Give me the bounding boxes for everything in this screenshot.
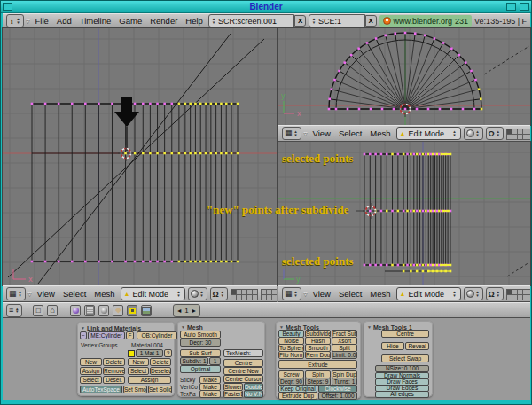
material-delete-button[interactable]: Delete (150, 358, 171, 366)
set-smooth-button[interactable]: Set Smooth (123, 386, 147, 393)
mesh-menu[interactable]: Mesh (367, 289, 393, 299)
window-type-dropdown[interactable]: ≡ ▴▾ (6, 304, 22, 317)
draw-mode-dropdown[interactable]: ▴▾ (464, 127, 483, 140)
mode-dropdown[interactable]: ▲ Edit Mode ▴▾ (396, 287, 461, 300)
draw-mode-dropdown[interactable]: ▴▾ (464, 287, 483, 300)
material-index-field[interactable]: 1 Mat 1 (136, 349, 163, 357)
material-assign-button[interactable]: Assign (128, 376, 171, 384)
subdiv-render-field[interactable]: 1 (209, 357, 221, 365)
vgroup-deselect-button[interactable]: Desel. (103, 376, 125, 384)
vgroup-remove-button[interactable]: Remove (103, 367, 125, 375)
hide-menus-icon[interactable]: ▿ (304, 129, 308, 137)
collapse-icon[interactable]: ▼ (367, 324, 372, 330)
view-menu[interactable]: View (310, 289, 333, 299)
material-new-button[interactable]: New (128, 358, 149, 366)
viewport-type-dropdown[interactable]: ▦ ▴▾ (282, 287, 301, 300)
material-deselect-button[interactable]: Deselect (150, 367, 171, 375)
browse-mesh-icon[interactable]: − (80, 331, 87, 339)
view-menu[interactable]: View (310, 129, 333, 138)
window-maximize-button[interactable] (520, 3, 529, 11)
window-minimize-button[interactable] (506, 3, 516, 11)
vgroup-delete-button[interactable]: Delete (103, 358, 125, 366)
optimal-toggle[interactable]: Optimal (180, 365, 221, 373)
centre-button[interactable]: Centre (223, 359, 263, 367)
nsize-field[interactable]: NSize: 0.100 (375, 365, 429, 372)
draw-mode-dropdown[interactable]: ▴▾ (188, 287, 207, 300)
view-menu[interactable]: View (35, 289, 58, 299)
hide-menus-icon[interactable]: ▿ (27, 17, 30, 25)
set-solid-button[interactable]: Set Solid (148, 386, 172, 393)
auto-smooth-button[interactable]: Auto Smooth (180, 331, 221, 339)
menu-timeline[interactable]: Timeline (77, 16, 114, 26)
scene-button[interactable] (141, 305, 152, 316)
viewport-top[interactable]: yx (278, 28, 530, 125)
pivot-dropdown[interactable]: Ω ▴▾ (486, 127, 504, 140)
mesh-name-field[interactable]: ME:Cylinder (88, 331, 125, 339)
logic-button[interactable] (70, 305, 81, 316)
viewport-side[interactable]: y (278, 142, 530, 285)
scene-close-button[interactable]: X (365, 15, 377, 27)
mesh-menu[interactable]: Mesh (91, 289, 117, 299)
centre-button[interactable]: Centre (381, 330, 429, 338)
all-edges-toggle[interactable]: All edges (375, 391, 429, 398)
degr-field[interactable]: Degr: 30 (180, 339, 221, 347)
hide-menus-icon[interactable]: ▿ (28, 290, 32, 298)
viewport-type-dropdown[interactable]: ▦ ▴▾ (6, 287, 26, 300)
vgroup-new-button[interactable]: New (80, 358, 102, 366)
layer-buttons[interactable] (506, 289, 530, 300)
select-swap-button[interactable]: Select Swap (381, 354, 429, 362)
object-button[interactable] (113, 305, 123, 316)
script-button[interactable] (84, 305, 95, 316)
centre-new-button[interactable]: Centre New (223, 367, 263, 375)
vgroup-assign-button[interactable]: Assign (80, 367, 102, 375)
autotexspace-toggle[interactable]: AutoTexSpace (80, 386, 122, 393)
window-type-dropdown[interactable]: i ▴▾ (6, 14, 24, 27)
pivot-dropdown[interactable]: Ω ▴▾ (486, 287, 504, 300)
layer-buttons[interactable] (231, 289, 277, 300)
mesh-menu[interactable]: Mesh (367, 129, 393, 138)
select-menu[interactable]: Select (336, 129, 364, 138)
frame-field[interactable]: ◂ 1 ▸ (173, 304, 200, 317)
no-vnormal-flip-toggle[interactable]: No V.Normal Flip (244, 390, 263, 398)
editing-button[interactable] (127, 305, 137, 316)
extrude-dup-button[interactable]: Extrude Dup (278, 392, 317, 400)
mode-dropdown[interactable]: ▲ Edit Mode ▴▾ (121, 287, 185, 300)
screen-close-button[interactable]: X (294, 15, 306, 27)
layer-buttons[interactable] (506, 129, 530, 139)
limit-field[interactable]: Limit: 0.001 (332, 351, 357, 359)
pivot-dropdown[interactable]: Ω ▴▾ (210, 287, 228, 300)
subdiv-field[interactable]: Subdiv: 1 (180, 357, 208, 365)
flip-norm-button[interactable]: Flip Norm (278, 351, 304, 359)
menu-render[interactable]: Render (147, 16, 180, 26)
texface-make-button[interactable]: Make (200, 390, 221, 398)
viewport-type-dropdown[interactable]: ▦ ▴▾ (282, 127, 301, 140)
subsurf-button[interactable]: Sub Surf (180, 349, 221, 357)
texmesh-field[interactable]: TexMesh: (223, 349, 263, 357)
hide-button[interactable]: Hide (381, 342, 404, 350)
material-help-button[interactable]: ? (164, 349, 172, 357)
select-menu[interactable]: Select (336, 289, 364, 299)
shading-button[interactable] (98, 305, 109, 316)
fake-user-button[interactable]: F (126, 331, 134, 339)
scene-browser[interactable]: ▴▾ SCE:1 (309, 14, 365, 27)
window-menu-button[interactable] (3, 3, 12, 11)
extrude-button[interactable]: Extrude (278, 360, 357, 369)
select-menu[interactable]: Select (60, 289, 89, 299)
mode-dropdown[interactable]: ▲ Edit Mode ▴▾ (396, 127, 461, 140)
home-button[interactable]: ⌂ (47, 305, 58, 316)
vgroup-select-button[interactable]: Select (80, 376, 102, 384)
view-button[interactable]: □ (33, 305, 43, 316)
viewport-front[interactable]: x (3, 28, 277, 285)
menu-help[interactable]: Help (183, 16, 206, 26)
screen-browser[interactable]: ▴▾ SCR:screen.001 (208, 14, 294, 27)
centre-cursor-button[interactable]: Centre Cursor (223, 375, 263, 383)
collapse-icon[interactable]: ▼ (181, 324, 185, 330)
object-name-field[interactable]: OB:Cylinder (137, 331, 177, 339)
material-select-button[interactable]: Select (128, 367, 149, 375)
frame-prev-icon[interactable]: ◂ (177, 307, 181, 315)
collapse-icon[interactable]: ▼ (81, 325, 85, 331)
reveal-button[interactable]: Reveal (405, 342, 429, 350)
hide-menus-icon[interactable]: ▿ (304, 290, 308, 298)
menu-file[interactable]: File (33, 16, 51, 26)
titlebar[interactable]: Blender (1, 1, 531, 13)
